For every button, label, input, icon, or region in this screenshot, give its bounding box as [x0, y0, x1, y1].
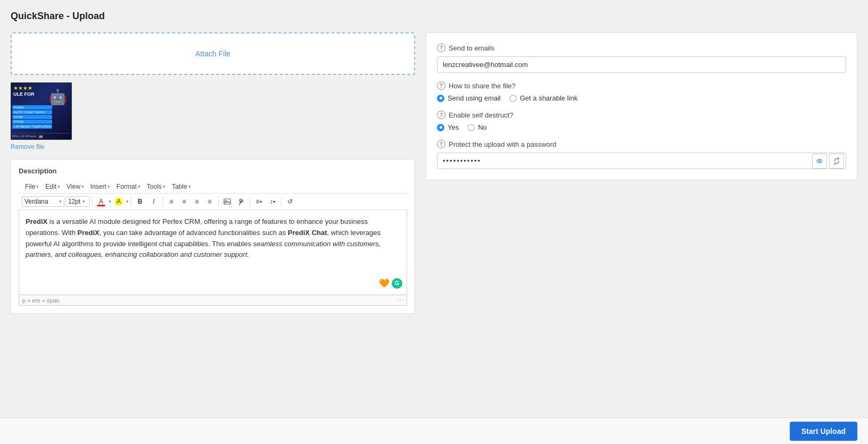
radio-label-link: Get a sharable link — [520, 94, 577, 102]
content-predix-2: PrediX — [78, 229, 100, 237]
font-chevron-icon: ▾ — [59, 199, 62, 204]
font-family-value: Verdana — [24, 198, 48, 205]
editor-status-bar: p » em » span ⋯ — [19, 295, 407, 306]
radio-label-no: No — [478, 123, 487, 131]
sep2 — [131, 197, 131, 206]
self-destruct-group: Yes No — [437, 123, 846, 131]
radio-circle-link — [509, 95, 517, 102]
edit-chevron-icon: ▾ — [57, 184, 60, 189]
radio-send-email[interactable]: Send using email — [437, 94, 501, 102]
highlight-color-button[interactable]: A — [112, 196, 125, 207]
align-buttons: ≡ ≡ ≡ ≡ — [165, 196, 216, 207]
list-icon: ≡ — [255, 198, 259, 205]
view-chevron-icon: ▾ — [81, 184, 84, 189]
font-color-icon: A — [99, 198, 103, 205]
menu-edit[interactable]: Edit ▾ — [42, 182, 63, 191]
italic-button[interactable]: I — [147, 196, 160, 207]
thumb-robot-icon: 🤖 — [48, 88, 67, 106]
menu-file[interactable]: File ▾ — [22, 182, 42, 191]
right-panel: ? Send to emails ? How to share the file… — [426, 32, 857, 180]
help-icon-share: ? — [437, 81, 445, 90]
sep6 — [281, 197, 282, 206]
radio-circle-no — [467, 124, 475, 131]
insert-chevron-icon: ▾ — [108, 184, 110, 189]
font-size-select[interactable]: 12pt ▾ — [65, 196, 90, 207]
radio-circle-yes — [437, 124, 444, 131]
thumb-stars: ★★★★ — [13, 85, 32, 91]
main-content: Attach File ★★★★ ULE FOR 🤖 PHING AUTO TI… — [11, 32, 857, 314]
right-column: ? Send to emails ? How to share the file… — [426, 32, 857, 180]
align-justify-button[interactable]: ≡ — [203, 196, 216, 207]
bold-button[interactable]: B — [134, 196, 146, 207]
align-center-button[interactable]: ≡ — [178, 196, 191, 207]
list-button[interactable]: ≡ ▾ — [252, 196, 265, 207]
font-size-value: 12pt — [68, 198, 80, 205]
share-options-group: Send using email Get a sharable link — [437, 94, 846, 102]
remove-file-link[interactable]: Remove file — [11, 143, 44, 150]
highlight-chevron[interactable]: ▾ — [126, 199, 129, 204]
image-icon — [224, 198, 231, 205]
page-wrapper: QuickShare - Upload Attach File ★★★★ ULE… — [0, 0, 868, 444]
menu-format[interactable]: Format ▾ — [113, 182, 144, 191]
file-chevron-icon: ▾ — [36, 184, 39, 189]
font-color-button[interactable]: A — [95, 196, 108, 207]
help-icon-destruct: ? — [437, 111, 445, 119]
attach-file-label: Attach File — [195, 49, 230, 58]
description-section: Description File ▾ Edit ▾ View ▾ — [11, 159, 415, 314]
send-to-emails-label: ? Send to emails — [437, 44, 846, 52]
indent-button[interactable]: ↕ ▾ — [266, 196, 279, 207]
start-upload-button[interactable]: Start Upload — [790, 422, 857, 441]
password-actions — [812, 154, 844, 169]
thumb-bottom: BALL-AI Whisper 🇺🇸 — [12, 133, 70, 138]
password-input[interactable] — [437, 153, 846, 169]
content-predix-1: PrediX — [26, 217, 47, 225]
file-thumbnail: ★★★★ ULE FOR 🤖 PHING AUTO TICKET REPLY S… — [11, 82, 72, 140]
font-family-select[interactable]: Verdana ▾ — [22, 196, 64, 207]
list-chevron-icon: ▾ — [260, 199, 262, 204]
description-label: Description — [19, 167, 407, 175]
svg-point-1 — [225, 200, 226, 201]
breadcrumb: p » em » span — [22, 297, 60, 304]
toggle-password-button[interactable] — [812, 154, 827, 169]
content-predix-chat: PrediX Chat — [288, 229, 327, 237]
insert-link-button[interactable] — [235, 196, 247, 207]
editor-content[interactable]: PrediX is a versatile AI module designed… — [19, 210, 407, 295]
radio-no[interactable]: No — [467, 123, 487, 131]
email-input[interactable] — [437, 56, 846, 73]
left-column: Attach File ★★★★ ULE FOR 🤖 PHING AUTO TI… — [11, 32, 415, 314]
resize-handle-icon: ⋯ — [398, 297, 403, 304]
menu-view[interactable]: View ▾ — [63, 182, 87, 191]
undo-button[interactable]: ↺ — [284, 196, 296, 207]
radio-sharable-link[interactable]: Get a sharable link — [509, 94, 577, 102]
emoji-icon: 🧡 — [379, 277, 390, 290]
link-icon — [237, 198, 245, 205]
align-right-button[interactable]: ≡ — [191, 196, 203, 207]
help-icon-emails: ? — [437, 44, 445, 52]
highlight-icon: A — [115, 198, 122, 205]
editor-format-bar: Verdana ▾ 12pt ▾ A ▾ A — [19, 194, 407, 210]
page-title: QuickShare - Upload — [11, 11, 857, 22]
menu-tools[interactable]: Tools ▾ — [144, 182, 169, 191]
insert-image-button[interactable] — [221, 196, 234, 207]
radio-circle-email — [437, 95, 444, 102]
menu-table[interactable]: Table ▾ — [169, 182, 194, 191]
menu-insert[interactable]: Insert ▾ — [87, 182, 113, 191]
thumb-badges: PHING AUTO TICKET REPLY STOR PTION +40 R… — [12, 105, 52, 129]
font-color-chevron[interactable]: ▾ — [109, 199, 111, 204]
editor-overlay-icons: 🧡 G — [379, 277, 402, 290]
footer-bar: Start Upload — [0, 417, 868, 444]
refresh-password-button[interactable] — [829, 154, 844, 169]
radio-label-email: Send using email — [448, 94, 501, 102]
refresh-icon — [833, 157, 840, 165]
tools-chevron-icon: ▾ — [163, 184, 166, 189]
help-icon-password: ? — [437, 140, 445, 148]
eye-icon — [816, 157, 823, 165]
sep5 — [250, 197, 250, 206]
size-chevron-icon: ▾ — [82, 199, 85, 204]
how-to-share-label: ? How to share the file? — [437, 81, 846, 90]
password-wrapper — [437, 153, 846, 169]
file-drop-zone[interactable]: Attach File — [11, 32, 415, 75]
align-left-button[interactable]: ≡ — [165, 196, 178, 207]
radio-yes[interactable]: Yes — [437, 123, 459, 131]
editor-menu-bar: File ▾ Edit ▾ View ▾ Insert ▾ — [19, 180, 407, 194]
